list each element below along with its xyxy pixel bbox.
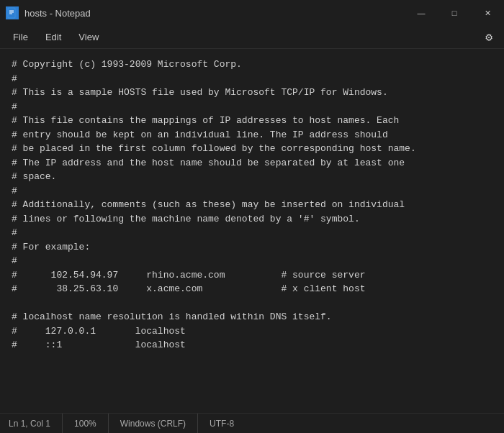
line-ending: Windows (CRLF) <box>109 414 198 433</box>
title-bar: hosts - Notepad — □ ✕ <box>0 0 504 26</box>
minimize-icon: — <box>418 9 426 17</box>
menu-bar: File Edit View ⚙ <box>0 26 504 49</box>
maximize-button[interactable]: □ <box>438 0 471 26</box>
text-editor[interactable]: # Copyright (c) 1993-2009 Microsoft Corp… <box>0 49 504 413</box>
window-controls: — □ ✕ <box>405 0 504 26</box>
close-icon: ✕ <box>485 9 491 18</box>
close-button[interactable]: ✕ <box>471 0 504 26</box>
maximize-icon: □ <box>452 9 457 17</box>
menu-edit[interactable]: Edit <box>38 29 68 45</box>
status-bar: Ln 1, Col 1 100% Windows (CRLF) UTF-8 <box>0 413 504 433</box>
menu-file[interactable]: File <box>6 29 35 45</box>
menu-view[interactable]: View <box>71 29 106 45</box>
menu-items: File Edit View <box>6 29 106 45</box>
window-title: hosts - Notepad <box>24 8 91 19</box>
app-icon <box>6 6 19 19</box>
cursor-position: Ln 1, Col 1 <box>9 414 63 433</box>
svg-rect-0 <box>8 8 15 18</box>
settings-icon[interactable]: ⚙ <box>480 27 498 47</box>
minimize-button[interactable]: — <box>405 0 438 26</box>
encoding: UTF-8 <box>198 414 246 433</box>
title-bar-left: hosts - Notepad <box>6 6 91 19</box>
zoom-level: 100% <box>63 414 109 433</box>
